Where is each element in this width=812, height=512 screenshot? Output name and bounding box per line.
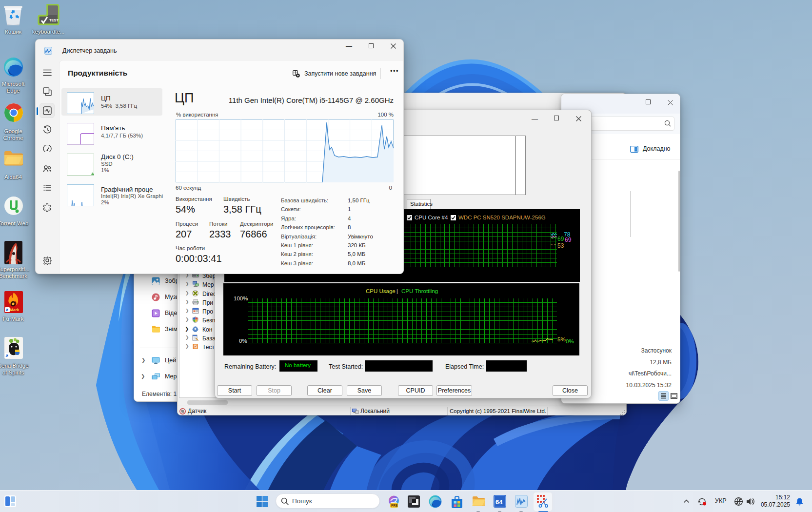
svg-text:64: 64 bbox=[495, 498, 503, 506]
svg-text:TEST: TEST bbox=[49, 18, 59, 22]
svg-text:69: 69 bbox=[557, 236, 564, 242]
svg-text:PRE: PRE bbox=[391, 504, 398, 507]
svg-text:69: 69 bbox=[565, 236, 572, 243]
svg-text:53: 53 bbox=[557, 242, 564, 249]
